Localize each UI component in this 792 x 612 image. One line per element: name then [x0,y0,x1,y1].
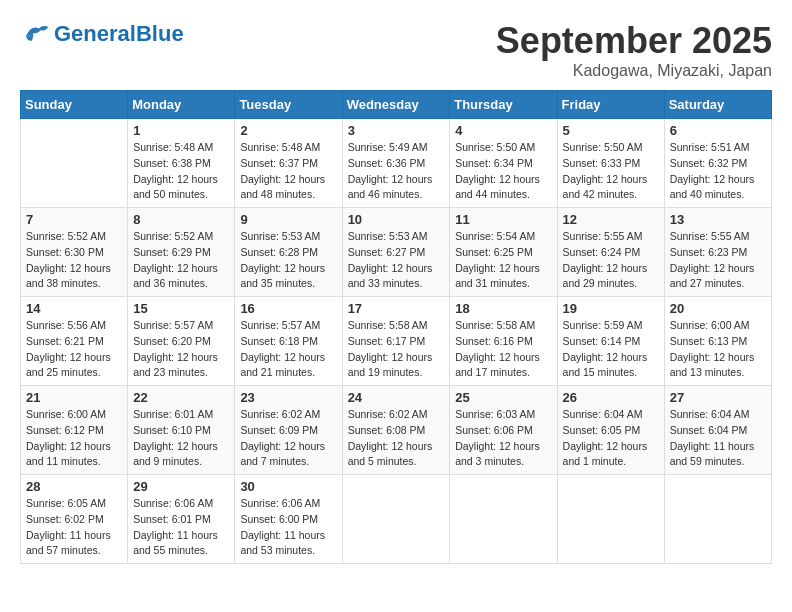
day-info: Sunrise: 5:57 AM Sunset: 6:18 PM Dayligh… [240,318,336,381]
calendar-cell: 7Sunrise: 5:52 AM Sunset: 6:30 PM Daylig… [21,208,128,297]
calendar-cell: 12Sunrise: 5:55 AM Sunset: 6:24 PM Dayli… [557,208,664,297]
calendar-header-row: SundayMondayTuesdayWednesdayThursdayFrid… [21,91,772,119]
day-number: 7 [26,212,122,227]
calendar-cell: 21Sunrise: 6:00 AM Sunset: 6:12 PM Dayli… [21,386,128,475]
day-info: Sunrise: 5:58 AM Sunset: 6:17 PM Dayligh… [348,318,445,381]
day-number: 28 [26,479,122,494]
day-number: 14 [26,301,122,316]
day-number: 22 [133,390,229,405]
day-number: 30 [240,479,336,494]
day-of-week-header: Saturday [664,91,771,119]
day-number: 2 [240,123,336,138]
calendar-cell: 19Sunrise: 5:59 AM Sunset: 6:14 PM Dayli… [557,297,664,386]
day-number: 5 [563,123,659,138]
day-number: 12 [563,212,659,227]
calendar-cell: 27Sunrise: 6:04 AM Sunset: 6:04 PM Dayli… [664,386,771,475]
calendar-cell: 17Sunrise: 5:58 AM Sunset: 6:17 PM Dayli… [342,297,450,386]
day-info: Sunrise: 6:04 AM Sunset: 6:05 PM Dayligh… [563,407,659,470]
day-number: 18 [455,301,551,316]
calendar-cell: 1Sunrise: 5:48 AM Sunset: 6:38 PM Daylig… [128,119,235,208]
calendar-week-row: 14Sunrise: 5:56 AM Sunset: 6:21 PM Dayli… [21,297,772,386]
calendar-cell: 3Sunrise: 5:49 AM Sunset: 6:36 PM Daylig… [342,119,450,208]
day-info: Sunrise: 6:00 AM Sunset: 6:12 PM Dayligh… [26,407,122,470]
day-of-week-header: Monday [128,91,235,119]
logo-general: General [54,21,136,46]
day-number: 9 [240,212,336,227]
day-info: Sunrise: 6:05 AM Sunset: 6:02 PM Dayligh… [26,496,122,559]
day-number: 25 [455,390,551,405]
calendar-week-row: 7Sunrise: 5:52 AM Sunset: 6:30 PM Daylig… [21,208,772,297]
day-info: Sunrise: 6:06 AM Sunset: 6:01 PM Dayligh… [133,496,229,559]
day-number: 23 [240,390,336,405]
calendar-cell: 13Sunrise: 5:55 AM Sunset: 6:23 PM Dayli… [664,208,771,297]
day-info: Sunrise: 6:02 AM Sunset: 6:08 PM Dayligh… [348,407,445,470]
day-number: 17 [348,301,445,316]
calendar-cell: 30Sunrise: 6:06 AM Sunset: 6:00 PM Dayli… [235,475,342,564]
day-of-week-header: Friday [557,91,664,119]
calendar-cell: 11Sunrise: 5:54 AM Sunset: 6:25 PM Dayli… [450,208,557,297]
day-info: Sunrise: 5:56 AM Sunset: 6:21 PM Dayligh… [26,318,122,381]
day-number: 24 [348,390,445,405]
calendar-cell [664,475,771,564]
day-number: 10 [348,212,445,227]
logo-text: GeneralBlue [54,21,184,46]
day-info: Sunrise: 5:50 AM Sunset: 6:33 PM Dayligh… [563,140,659,203]
calendar-week-row: 21Sunrise: 6:00 AM Sunset: 6:12 PM Dayli… [21,386,772,475]
calendar-week-row: 28Sunrise: 6:05 AM Sunset: 6:02 PM Dayli… [21,475,772,564]
day-info: Sunrise: 5:48 AM Sunset: 6:38 PM Dayligh… [133,140,229,203]
day-of-week-header: Wednesday [342,91,450,119]
day-of-week-header: Sunday [21,91,128,119]
calendar-cell: 15Sunrise: 5:57 AM Sunset: 6:20 PM Dayli… [128,297,235,386]
calendar-cell: 9Sunrise: 5:53 AM Sunset: 6:28 PM Daylig… [235,208,342,297]
day-info: Sunrise: 5:59 AM Sunset: 6:14 PM Dayligh… [563,318,659,381]
calendar-table: SundayMondayTuesdayWednesdayThursdayFrid… [20,90,772,564]
title-section: September 2025 Kadogawa, Miyazaki, Japan [496,20,772,80]
calendar-cell: 5Sunrise: 5:50 AM Sunset: 6:33 PM Daylig… [557,119,664,208]
day-number: 19 [563,301,659,316]
calendar-week-row: 1Sunrise: 5:48 AM Sunset: 6:38 PM Daylig… [21,119,772,208]
day-number: 8 [133,212,229,227]
day-info: Sunrise: 5:52 AM Sunset: 6:29 PM Dayligh… [133,229,229,292]
calendar-cell [342,475,450,564]
calendar-cell [21,119,128,208]
day-info: Sunrise: 6:00 AM Sunset: 6:13 PM Dayligh… [670,318,766,381]
day-info: Sunrise: 6:06 AM Sunset: 6:00 PM Dayligh… [240,496,336,559]
day-info: Sunrise: 6:01 AM Sunset: 6:10 PM Dayligh… [133,407,229,470]
day-info: Sunrise: 6:04 AM Sunset: 6:04 PM Dayligh… [670,407,766,470]
day-of-week-header: Tuesday [235,91,342,119]
day-number: 4 [455,123,551,138]
calendar-cell: 6Sunrise: 5:51 AM Sunset: 6:32 PM Daylig… [664,119,771,208]
day-info: Sunrise: 5:51 AM Sunset: 6:32 PM Dayligh… [670,140,766,203]
location: Kadogawa, Miyazaki, Japan [496,62,772,80]
calendar-cell: 16Sunrise: 5:57 AM Sunset: 6:18 PM Dayli… [235,297,342,386]
calendar-cell: 4Sunrise: 5:50 AM Sunset: 6:34 PM Daylig… [450,119,557,208]
calendar-cell: 24Sunrise: 6:02 AM Sunset: 6:08 PM Dayli… [342,386,450,475]
logo-blue: Blue [136,21,184,46]
day-info: Sunrise: 5:55 AM Sunset: 6:23 PM Dayligh… [670,229,766,292]
day-number: 16 [240,301,336,316]
calendar-cell: 14Sunrise: 5:56 AM Sunset: 6:21 PM Dayli… [21,297,128,386]
calendar-cell: 26Sunrise: 6:04 AM Sunset: 6:05 PM Dayli… [557,386,664,475]
day-info: Sunrise: 5:58 AM Sunset: 6:16 PM Dayligh… [455,318,551,381]
calendar-cell [557,475,664,564]
day-info: Sunrise: 5:54 AM Sunset: 6:25 PM Dayligh… [455,229,551,292]
day-number: 13 [670,212,766,227]
logo-bird-icon [20,20,50,48]
calendar-cell: 25Sunrise: 6:03 AM Sunset: 6:06 PM Dayli… [450,386,557,475]
day-info: Sunrise: 5:49 AM Sunset: 6:36 PM Dayligh… [348,140,445,203]
day-number: 21 [26,390,122,405]
calendar-cell: 28Sunrise: 6:05 AM Sunset: 6:02 PM Dayli… [21,475,128,564]
day-number: 20 [670,301,766,316]
day-number: 11 [455,212,551,227]
logo: GeneralBlue [20,20,184,48]
calendar-cell: 20Sunrise: 6:00 AM Sunset: 6:13 PM Dayli… [664,297,771,386]
day-info: Sunrise: 5:53 AM Sunset: 6:28 PM Dayligh… [240,229,336,292]
day-info: Sunrise: 5:48 AM Sunset: 6:37 PM Dayligh… [240,140,336,203]
calendar-cell: 23Sunrise: 6:02 AM Sunset: 6:09 PM Dayli… [235,386,342,475]
calendar-cell [450,475,557,564]
calendar-cell: 18Sunrise: 5:58 AM Sunset: 6:16 PM Dayli… [450,297,557,386]
day-number: 1 [133,123,229,138]
month-title: September 2025 [496,20,772,62]
day-number: 15 [133,301,229,316]
day-info: Sunrise: 5:53 AM Sunset: 6:27 PM Dayligh… [348,229,445,292]
